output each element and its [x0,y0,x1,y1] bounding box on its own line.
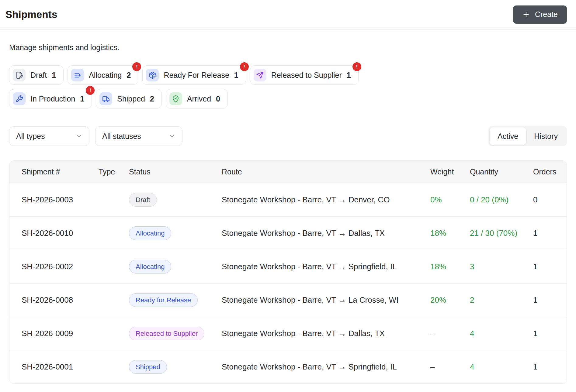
table-row[interactable]: SH-2026-0009 Released to Supplier Stoneg… [9,317,567,350]
weight: – [430,362,470,372]
weight: 18% [430,229,470,238]
chip-ready-for-release[interactable]: Ready For Release 1 ! [142,65,246,85]
quantity: 2 [470,295,533,305]
quantity: 4 [470,362,533,372]
table-row[interactable]: SH-2026-0001 Shipped Stonegate Workshop … [9,350,567,383]
alert-badge: ! [352,62,361,71]
chip-count: 1 [80,95,84,103]
status-badge: Draft [129,193,157,207]
quantity: 3 [470,262,533,271]
map-pin-check-icon [169,92,182,105]
chip-label: Released to Supplier [271,71,342,80]
quantity: 0 / 20 (0%) [470,195,533,205]
col-orders: Orders [533,167,567,176]
chip-count: 1 [347,71,351,80]
orders: 1 [533,362,567,372]
table-header-row: Shipment # Type Status Route Weight Quan… [9,161,567,183]
orders: 1 [533,295,567,305]
table-row[interactable]: SH-2026-0003 Draft Stonegate Workshop - … [9,183,567,216]
col-status: Status [129,167,222,176]
quantity: 21 / 30 (70%) [470,229,533,238]
orders: 1 [533,262,567,271]
shipment-id: SH-2026-0002 [22,262,99,271]
toggle-active[interactable]: Active [490,127,526,145]
shipment-id: SH-2026-0008 [22,295,99,305]
type-filter-value: All types [16,132,45,141]
status-badge: Shipped [129,360,167,374]
chip-count: 1 [234,71,238,80]
chip-shipped[interactable]: Shipped 2 [96,89,162,108]
route: Stonegate Workshop - Barre, VT → La Cros… [222,295,430,305]
chip-label: Arrived [187,95,211,103]
alert-badge: ! [240,62,249,71]
chip-label: Allocating [89,71,122,80]
chip-count: 0 [216,95,220,103]
top-bar: Shipments Create [0,0,576,29]
list-plus-icon [71,69,84,81]
chip-label: Ready For Release [164,71,229,80]
weight: 0% [430,195,470,205]
chip-allocating[interactable]: Allocating 2 ! [68,65,138,85]
route: Stonegate Workshop - Barre, VT → Denver,… [222,195,430,205]
route: Stonegate Workshop - Barre, VT → Springf… [222,362,430,372]
col-weight: Weight [430,167,470,176]
status-filter-select[interactable]: All statuses [95,126,182,146]
page-subtitle: Manage shipments and logistics. [9,43,567,52]
shipments-table: Shipment # Type Status Route Weight Quan… [9,160,567,384]
status-badge: Ready for Release [129,293,198,307]
chip-count: 2 [127,71,131,80]
route: Stonegate Workshop - Barre, VT → Dallas,… [222,229,430,238]
chip-label: In Production [30,95,75,103]
status-badge: Allocating [129,260,171,273]
status-badge: Allocating [129,226,171,240]
create-button-label: Create [535,10,558,19]
truck-icon [99,92,112,105]
chevron-down-icon [76,133,82,139]
shipment-id: SH-2026-0009 [22,329,99,338]
view-toggle: Active History [488,126,567,146]
status-filter-value: All statuses [102,132,141,141]
col-shipment: Shipment # [22,167,99,176]
route: Stonegate Workshop - Barre, VT → Springf… [222,262,430,271]
plus-icon [522,11,530,19]
wrench-icon [13,92,26,105]
orders: 0 [533,195,567,205]
create-button[interactable]: Create [513,5,567,24]
shipment-id: SH-2026-0001 [22,362,99,372]
type-filter-select[interactable]: All types [9,126,89,146]
file-pen-icon [13,69,26,81]
send-icon [254,69,266,81]
route: Stonegate Workshop - Barre, VT → Dallas,… [222,329,430,338]
chip-draft[interactable]: Draft 1 [9,65,64,85]
alert-badge: ! [132,62,141,71]
table-row[interactable]: SH-2026-0010 Allocating Stonegate Worksh… [9,216,567,250]
chip-label: Shipped [117,95,145,103]
package-check-icon [146,69,159,81]
chevron-down-icon [169,133,175,139]
alert-badge: ! [86,86,95,95]
weight: 18% [430,262,470,271]
toggle-history[interactable]: History [526,127,566,145]
chip-label: Draft [30,71,47,80]
chip-in-production[interactable]: In Production 1 ! [9,89,92,108]
quantity: 4 [470,329,533,338]
weight: – [430,329,470,338]
col-quantity: Quantity [470,167,533,176]
orders: 1 [533,229,567,238]
orders: 1 [533,329,567,338]
col-type: Type [99,167,129,176]
weight: 20% [430,295,470,305]
chip-count: 2 [150,95,154,103]
chip-released-to-supplier[interactable]: Released to Supplier 1 ! [250,65,359,85]
shipment-id: SH-2026-0010 [22,229,99,238]
chip-count: 1 [52,71,56,80]
table-row[interactable]: SH-2026-0002 Allocating Stonegate Worksh… [9,250,567,283]
status-badge: Released to Supplier [129,327,204,340]
shipment-id: SH-2026-0003 [22,195,99,205]
status-chip-row: Draft 1 Allocating 2 ! Ready For Release… [9,65,441,108]
table-row[interactable]: SH-2026-0008 Ready for Release Stonegate… [9,283,567,317]
page-title: Shipments [5,9,57,20]
chip-arrived[interactable]: Arrived 0 [166,89,228,108]
filter-row: All types All statuses Active History [9,126,567,146]
col-route: Route [222,167,430,176]
